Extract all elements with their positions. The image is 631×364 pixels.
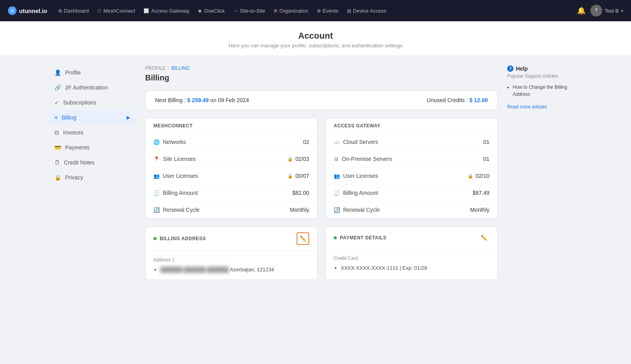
device-access-icon: ▤: [347, 8, 351, 13]
edit-payment-icon: ✏️: [481, 235, 487, 241]
nav-item-access-gateway[interactable]: ⬜ Access Gateway: [140, 6, 193, 16]
ag-cloud-servers-row: ☁️ Cloud Servers 01: [326, 134, 497, 151]
unused-credits-amount: $ 12.00: [469, 97, 488, 103]
sidebar-item-billing[interactable]: ≡ Billing ▶: [49, 110, 136, 125]
topnav-right: 🔔 T Test B ▾: [577, 5, 623, 17]
ag-on-premise-row: 🖥 On-Premise Servers 01: [326, 151, 497, 168]
payment-details-card: PAYMENT DETAILS ✏️ Credit Card XXXX-XXXX…: [325, 226, 498, 280]
logo[interactable]: U utunnel.io: [8, 6, 47, 15]
bottom-grid: BILLING ADDRESS ✏️ Address 1 ██████ ████…: [145, 226, 498, 280]
nav-item-dashboard[interactable]: ⊞ Dashboard: [54, 6, 93, 16]
edit-payment-button[interactable]: ✏️: [478, 232, 489, 243]
card-section-label: Credit Card: [334, 256, 489, 261]
on-premise-icon: 🖥: [334, 156, 339, 162]
access-gateway-icon: ⬜: [144, 8, 149, 13]
help-title: ? Help: [507, 65, 582, 72]
billing-info-bar: Next Billing : $ 259.49 on 09 Feb 2024 U…: [145, 90, 498, 110]
ag-billing-amount-value: $87.49: [472, 190, 489, 196]
dashboard-icon: ⊞: [58, 8, 62, 13]
user-menu[interactable]: T Test B ▾: [590, 5, 623, 17]
events-icon: ⊞: [317, 8, 321, 13]
logo-text: utunnel.io: [19, 7, 47, 14]
sidebar-item-subscriptions[interactable]: ✓ Subscriptions: [49, 95, 136, 110]
ag-renewal-cycle-row: 🔄 Renewal Cycle Monthly: [326, 202, 497, 218]
unused-credits-label: Unused Credits :: [427, 97, 468, 103]
invoices-icon: ⊟: [54, 129, 59, 136]
ag-renewal-value: Monthly: [470, 207, 489, 213]
nav-item-meshconnect[interactable]: ⬡ MeshConnect: [93, 6, 139, 16]
help-panel: ? Help Popular Support Articles How to C…: [507, 65, 582, 280]
read-more-link[interactable]: Read more articles: [507, 104, 547, 110]
meshconnect-card: MESHCONNECT 🌐 Networks 02 📍 Site License…: [145, 118, 317, 218]
nav-item-site-to-site[interactable]: ↔ Site-to-Site: [230, 6, 269, 16]
main-content: PROFILE / BILLING Billing Next Billing :…: [145, 65, 498, 280]
next-billing-amount: $ 259.49: [187, 97, 209, 103]
content-area: 👤 Profile 🔗 2F Authentication ✓ Subscrip…: [39, 56, 592, 289]
sidebar-item-invoices[interactable]: ⊟ Invoices: [49, 125, 136, 140]
user-chevron-icon: ▾: [621, 9, 623, 13]
breadcrumb-parent: PROFILE: [145, 65, 165, 71]
2fa-icon: 🔗: [54, 84, 61, 91]
notification-bell[interactable]: 🔔: [577, 6, 586, 15]
mc-site-licenses-row: 📍 Site Licenses 🔒 02/03: [146, 151, 317, 168]
ag-user-licenses-value: 02/10: [476, 173, 489, 179]
mc-site-licenses-value: 02/03: [295, 156, 309, 162]
oneclick-icon: ◉: [198, 8, 202, 13]
card-list-item: XXXX-XXXX-XXXX-1111 | Exp: 01/29: [341, 264, 489, 272]
nav-item-events[interactable]: ⊞ Events: [313, 6, 342, 16]
address-value: Azerbaijan, 121234: [230, 267, 274, 273]
access-gateway-card-header: ACCESS GATEWAY: [326, 118, 497, 134]
nav-item-organization[interactable]: ⊞ Organization: [270, 6, 312, 16]
mc-billing-amount-row: 🧾 Billing Amount $82.00: [146, 185, 317, 202]
sidebar-item-privacy[interactable]: 🔒 Privacy: [49, 170, 136, 185]
billing-address-dot: [153, 237, 157, 240]
breadcrumb: PROFILE / BILLING: [145, 65, 498, 71]
page-header: Account Here you can manage your profile…: [0, 21, 631, 56]
payment-details-title: PAYMENT DETAILS: [340, 235, 386, 241]
page-title: Account: [0, 31, 631, 41]
renewal-icon-2: 🔄: [334, 207, 340, 213]
mc-user-licenses-value: 00/07: [295, 173, 309, 179]
payment-details-header: PAYMENT DETAILS ✏️: [326, 227, 497, 249]
help-articles: How to Change the Billing Address: [507, 84, 582, 98]
billing-chevron-icon: ▶: [127, 115, 130, 120]
sidebar-item-credit-notes[interactable]: 🗒 Credit Notes: [49, 155, 136, 170]
profile-icon: 👤: [54, 69, 61, 76]
user-licenses-icon: 👥: [153, 173, 160, 179]
address-list-item: ██████ ██████ ██████ Azerbaijan, 121234: [161, 266, 309, 273]
cloud-servers-icon: ☁️: [334, 139, 340, 145]
site-to-site-icon: ↔: [233, 8, 238, 13]
address-blurred: ██████ ██████ ██████: [161, 267, 229, 273]
billing-icon: ≡: [54, 114, 58, 121]
user-label: Test B: [605, 8, 619, 14]
nav-item-device-access[interactable]: ▤ Device Access: [343, 6, 390, 16]
lock-icon-3: 🔒: [468, 174, 473, 179]
sidebar-item-profile[interactable]: 👤 Profile: [49, 65, 136, 80]
mc-networks-value: 02: [303, 139, 309, 145]
payments-icon: 💳: [54, 144, 61, 151]
breadcrumb-separator: /: [168, 65, 169, 71]
billing-address-card: BILLING ADDRESS ✏️ Address 1 ██████ ████…: [145, 226, 317, 280]
cards-grid: MESHCONNECT 🌐 Networks 02 📍 Site License…: [145, 118, 498, 218]
privacy-icon: 🔒: [54, 174, 61, 181]
billing-address-body: Address 1 ██████ ██████ ██████ Azerbaija…: [146, 251, 317, 280]
next-billing-date: on 09 Feb 2024: [210, 97, 249, 103]
sidebar-item-2fa[interactable]: 🔗 2F Authentication: [49, 80, 136, 95]
edit-pencil-icon: ✏️: [300, 235, 306, 242]
credit-notes-icon: 🗒: [54, 159, 60, 166]
ag-billing-amount-row: 🧾 Billing Amount $87.49: [326, 185, 497, 202]
mc-networks-row: 🌐 Networks 02: [146, 134, 317, 151]
ag-user-licenses-icon: 👥: [334, 173, 340, 179]
ag-cloud-servers-value: 01: [483, 139, 489, 145]
lock-icon-2: 🔒: [287, 174, 293, 179]
mc-renewal-cycle-row: 🔄 Renewal Cycle Monthly: [146, 202, 317, 218]
edit-billing-address-button[interactable]: ✏️: [297, 232, 309, 245]
unused-credits: Unused Credits : $ 12.00: [427, 97, 488, 103]
mc-renewal-value: Monthly: [290, 207, 309, 213]
sidebar: 👤 Profile 🔗 2F Authentication ✓ Subscrip…: [49, 65, 136, 280]
next-billing: Next Billing : $ 259.49 on 09 Feb 2024: [155, 97, 249, 103]
renewal-icon-1: 🔄: [153, 207, 160, 213]
nav-item-oneclick[interactable]: ◉ OneClick: [194, 6, 229, 16]
help-subtitle: Popular Support Articles: [507, 73, 582, 79]
sidebar-item-payments[interactable]: 💳 Payments: [49, 140, 136, 155]
